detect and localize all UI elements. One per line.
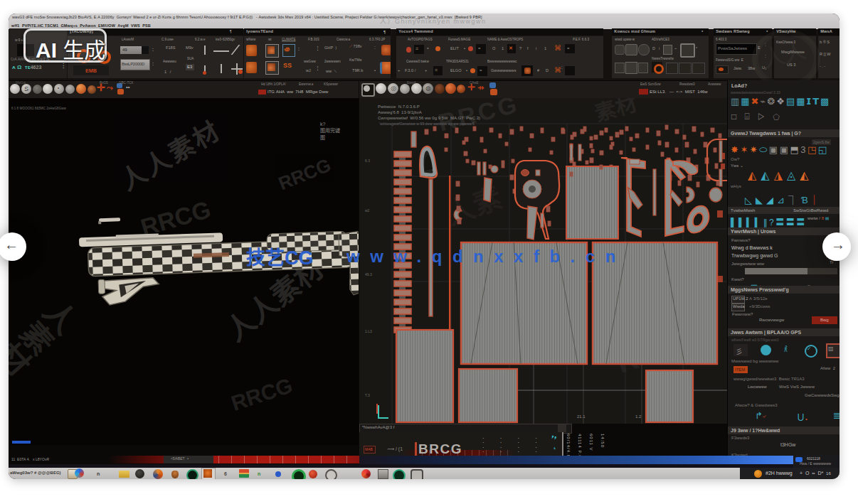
svg-text:Pwttwcce N.7.0.3.6.P: Pwttwcce N.7.0.3.6.P bbox=[378, 104, 420, 109]
svg-text:6.3: 6.3 bbox=[365, 159, 370, 163]
svg-text:21.1: 21.1 bbox=[577, 414, 586, 419]
svg-text:1.L3: 1.L3 bbox=[365, 329, 372, 333]
svg-text:'wttttwwgwwfGwswtww w-99 dww w: 'wttttwwgwwfGwswtww w-99 dww wwttttttw w… bbox=[379, 122, 475, 126]
svg-text:T.3: T.3 bbox=[365, 393, 370, 397]
svg-text:Awwwg'6.8 13-9/1jbvA: Awwwg'6.8 13-9/1jbvA bbox=[378, 110, 422, 114]
svg-text:Cwmpwwswtiwf W/0.56 ww 0g 9 5: Cwmpwwswtiwf W/0.56 ww 0g 9 5W MA.GT PwC… bbox=[378, 116, 480, 120]
svg-text:w2: w2 bbox=[365, 208, 370, 213]
svg-text:49.3: 49.3 bbox=[365, 272, 372, 277]
svg-text:1.2: 1.2 bbox=[635, 414, 642, 419]
